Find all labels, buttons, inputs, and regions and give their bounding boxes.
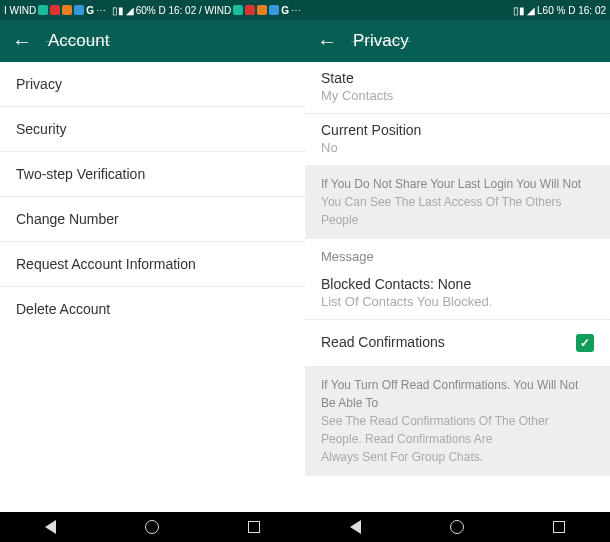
more-icon: ⋯ xyxy=(96,5,106,16)
status-icon xyxy=(269,5,279,15)
read-info-block: If You Turn Off Read Confirmations. You … xyxy=(305,366,610,476)
info-text: See The Read Confirmations Of The Other xyxy=(321,412,594,430)
request-account-info-item[interactable]: Request Account Information xyxy=(0,242,305,287)
status-icon xyxy=(50,5,60,15)
nav-bar xyxy=(0,512,305,542)
back-arrow-icon[interactable]: ← xyxy=(12,30,32,53)
signal-icon: ▯▮ xyxy=(513,5,525,16)
position-section[interactable]: Current Position No xyxy=(305,114,610,165)
nav-back-button[interactable] xyxy=(350,520,361,534)
info-text: People. Read Confirmations Are xyxy=(321,430,594,448)
blocked-sub: List Of Contacts You Blocked. xyxy=(321,294,594,309)
state-value: My Contacts xyxy=(321,88,594,103)
status-bar: ▯▮ ◢ L60 % D 16: 02 xyxy=(305,0,610,20)
nav-recent-button[interactable] xyxy=(553,521,565,533)
signal-icon: ▯▮ xyxy=(112,5,124,16)
app-bar: ← Account xyxy=(0,20,305,62)
nav-home-button[interactable] xyxy=(145,520,159,534)
status-icon xyxy=(233,5,243,15)
login-info-block: If You Do Not Share Your Last Login You … xyxy=(305,165,610,239)
nav-home-button[interactable] xyxy=(450,520,464,534)
status-icon xyxy=(62,5,72,15)
info-text: People xyxy=(321,211,594,229)
nav-recent-button[interactable] xyxy=(248,521,260,533)
change-number-item[interactable]: Change Number xyxy=(0,197,305,242)
info-text: If You Do Not Share Your Last Login You … xyxy=(321,175,594,193)
status-text: 60% D 16: 02 / WIND xyxy=(136,5,232,16)
status-text: L60 % D 16: 02 xyxy=(537,5,606,16)
state-section[interactable]: State My Contacts xyxy=(305,62,610,114)
signal-bars-icon: ◢ xyxy=(126,5,134,16)
read-confirmations-row[interactable]: Read Confirmations ✓ xyxy=(305,320,610,366)
page-title: Privacy xyxy=(353,31,409,51)
carrier-label: I WIND xyxy=(4,5,36,16)
signal-bars-icon: ◢ xyxy=(527,5,535,16)
status-icon xyxy=(257,5,267,15)
status-bar: I WIND G ⋯ ▯▮ ◢ 60% D 16: 02 / WIND G ⋯ xyxy=(0,0,305,20)
more-icon: ⋯ xyxy=(291,5,301,16)
position-value: No xyxy=(321,140,594,155)
state-title: State xyxy=(321,70,594,86)
status-icon xyxy=(245,5,255,15)
app-bar: ← Privacy xyxy=(305,20,610,62)
security-item[interactable]: Security xyxy=(0,107,305,152)
delete-account-item[interactable]: Delete Account xyxy=(0,287,305,331)
g-icon: G xyxy=(86,5,94,16)
info-text: If You Turn Off Read Confirmations. You … xyxy=(321,376,594,412)
blocked-title: Blocked Contacts: None xyxy=(321,276,594,292)
info-text: You Can See The Last Access Of The Other… xyxy=(321,193,594,211)
page-title: Account xyxy=(48,31,109,51)
info-text: Always Sent For Group Chats. xyxy=(321,448,594,466)
message-label: Message xyxy=(305,239,610,268)
account-list: Privacy Security Two-step Verification C… xyxy=(0,62,305,512)
blocked-section[interactable]: Blocked Contacts: None List Of Contacts … xyxy=(305,268,610,320)
back-arrow-icon[interactable]: ← xyxy=(317,30,337,53)
nav-back-button[interactable] xyxy=(45,520,56,534)
g-icon: G xyxy=(281,5,289,16)
privacy-content: State My Contacts Current Position No If… xyxy=(305,62,610,512)
position-title: Current Position xyxy=(321,122,594,138)
read-confirmations-checkbox[interactable]: ✓ xyxy=(576,334,594,352)
nav-bar xyxy=(305,512,610,542)
account-screen: I WIND G ⋯ ▯▮ ◢ 60% D 16: 02 / WIND G ⋯ xyxy=(0,0,305,542)
status-icon xyxy=(74,5,84,15)
privacy-item[interactable]: Privacy xyxy=(0,62,305,107)
read-confirmations-label: Read Confirmations xyxy=(321,334,445,350)
two-step-verification-item[interactable]: Two-step Verification xyxy=(0,152,305,197)
status-icon xyxy=(38,5,48,15)
privacy-screen: ▯▮ ◢ L60 % D 16: 02 ← Privacy State My C… xyxy=(305,0,610,542)
